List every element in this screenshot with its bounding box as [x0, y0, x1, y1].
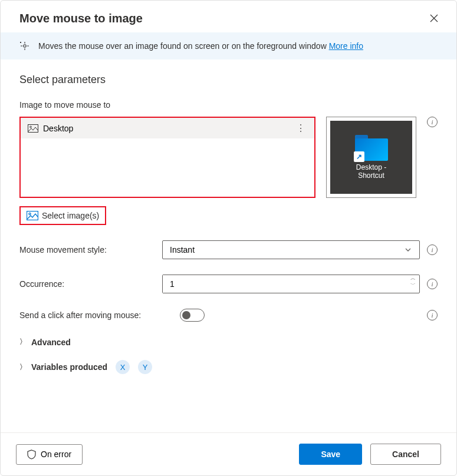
dialog-title: Move mouse to image	[19, 12, 143, 25]
select-images-button[interactable]: Select image(s)	[19, 206, 106, 225]
save-button[interactable]: Save	[299, 444, 362, 465]
close-icon	[429, 14, 439, 23]
advanced-expander[interactable]: 〉 Advanced	[19, 337, 438, 347]
toggle-knob	[182, 311, 190, 319]
picture-icon	[27, 211, 38, 220]
preview-caption: Desktop -	[356, 163, 386, 171]
spinner-down-icon[interactable]: ﹀	[407, 282, 419, 288]
movement-style-label: Mouse movement style:	[19, 245, 155, 254]
image-field-label: Image to move mouse to	[19, 100, 438, 110]
svg-point-0	[24, 45, 26, 47]
occurrence-input[interactable]	[163, 275, 407, 293]
send-click-toggle[interactable]	[180, 309, 205, 322]
image-preview: ↗ Desktop - Shortcut	[326, 117, 416, 198]
occurrence-spinner[interactable]: ︿ ﹀	[162, 275, 420, 293]
chevron-right-icon: 〉	[19, 362, 27, 372]
image-item-name: Desktop	[43, 124, 289, 133]
dialog-header: Move mouse to image	[1, 1, 456, 32]
spinner-up-icon[interactable]: ︿	[407, 275, 419, 282]
mouse-target-icon	[19, 41, 30, 51]
more-info-link[interactable]: More info	[329, 41, 363, 51]
info-icon[interactable]: i	[427, 117, 438, 127]
occurrence-label: Occurrence:	[19, 279, 155, 289]
cancel-button[interactable]: Cancel	[370, 444, 441, 465]
kebab-menu-icon[interactable]: ⋮	[294, 123, 307, 134]
info-icon[interactable]: i	[427, 279, 438, 289]
close-button[interactable]	[427, 11, 441, 25]
variables-expander[interactable]: 〉 Variables produced X Y	[19, 360, 438, 374]
info-icon[interactable]: i	[427, 310, 438, 320]
svg-point-2	[30, 126, 32, 128]
image-list[interactable]: Desktop ⋮	[19, 117, 315, 198]
shortcut-arrow-icon: ↗	[354, 151, 364, 162]
variable-badge-x[interactable]: X	[116, 360, 130, 374]
movement-style-select[interactable]: Instant	[162, 240, 420, 259]
preview-caption: Shortcut	[358, 171, 384, 180]
on-error-button[interactable]: On error	[16, 444, 83, 465]
dialog-footer: On error Save Cancel	[1, 432, 456, 475]
image-list-item[interactable]: Desktop ⋮	[21, 118, 314, 138]
section-title: Select parameters	[19, 74, 438, 86]
info-icon[interactable]: i	[427, 244, 438, 255]
info-banner: Moves the mouse over an image found on s…	[1, 32, 456, 60]
variable-badge-y[interactable]: Y	[138, 360, 152, 374]
chevron-down-icon	[404, 246, 412, 254]
send-click-label: Send a click after moving mouse:	[19, 310, 173, 320]
content-area: Select parameters Image to move mouse to…	[1, 60, 456, 432]
picture-icon	[28, 124, 38, 133]
chevron-right-icon: 〉	[19, 337, 27, 347]
shield-icon	[27, 449, 36, 460]
folder-icon: ↗	[355, 135, 388, 161]
banner-text: Moves the mouse over an image found on s…	[38, 41, 438, 51]
svg-point-4	[29, 213, 31, 214]
